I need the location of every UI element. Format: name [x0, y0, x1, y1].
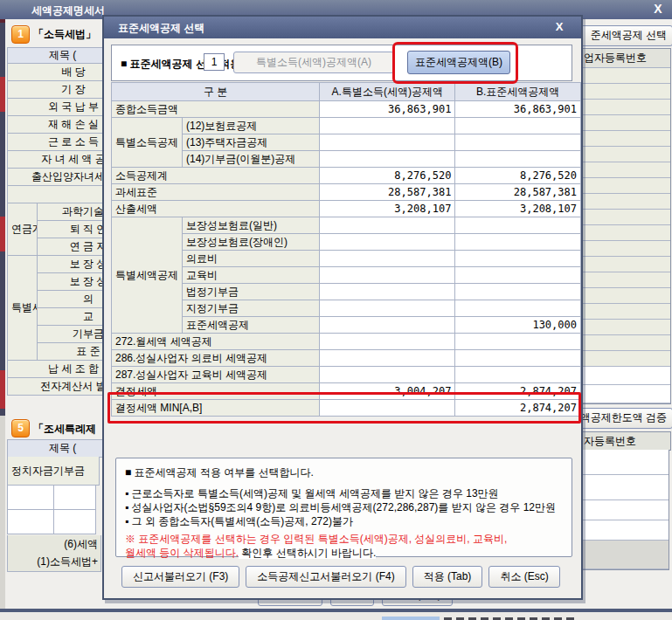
- bg-left-row: 재 해 손 실: [8, 116, 104, 134]
- dialog-table-row: 표준세액공제130,000: [112, 317, 581, 334]
- bg-right-column-header-2: 자등록번호: [579, 431, 671, 451]
- note-box: ■ 표준세액공제 적용 여부를 선택합니다. ▪ 근로소득자로 특별소득(세액)…: [115, 458, 572, 557]
- cancel-esc-button[interactable]: 취소 (Esc): [488, 566, 559, 588]
- dialog-buttons: 신고서불러오기 (F3)소득공제신고서불러오기 (F4)적용 (Tab)취소 (…: [121, 566, 560, 588]
- cell-standard-b: 3,208,107: [455, 201, 581, 217]
- dialog-row-label: 과세표준: [112, 184, 320, 201]
- bg-right-row: [580, 241, 670, 257]
- bg-window-close-icon[interactable]: X: [650, 2, 666, 17]
- bg-right-row: [580, 288, 670, 304]
- cell-special-a: [320, 118, 455, 134]
- cell-standard-b: 130,000: [455, 317, 581, 334]
- cell-special-a: [320, 134, 455, 151]
- load-report-f3-button[interactable]: 신고서불러오기 (F3): [121, 566, 239, 588]
- dialog-table-row: 보장성보험료(장애인): [112, 234, 581, 251]
- load-income-deduction-report-f4-button[interactable]: 소득공제신고서불러오기 (F4): [246, 566, 405, 588]
- bg-left-row: 외 국 납 부: [8, 99, 104, 116]
- bg-left-row-label: 자 녀 세 액 공: [8, 151, 104, 169]
- dialog-table-row: 특별세액공제보장성보험료(일반): [112, 217, 581, 234]
- bg-left-empty-row: [7, 486, 96, 510]
- note-warning-black: 확인후 선택하시기 바랍니다.: [239, 547, 376, 559]
- bg-right-row: [580, 225, 670, 241]
- special-deduction-a-button[interactable]: 특별소득(세액)공제액(A): [233, 52, 394, 73]
- bg-left-footer-line2: (1)소득세법+: [8, 553, 98, 570]
- dialog-row-label: 보장성보험료(일반): [183, 217, 320, 234]
- bg-left-row-label: 납 세 조 합: [8, 361, 104, 378]
- screen: 세액공제명세서 X 1 「소득세법」 제목 ( 배 당기 장외 국 납 부재 해…: [0, 0, 672, 620]
- cell-special-a: [320, 251, 455, 267]
- cell-special-a: [320, 367, 455, 383]
- cell-standard-b: [455, 234, 581, 251]
- note-bullet: ▪ 그 외 종합소득자(특별세액(소득)공제, 272)불가: [125, 514, 563, 528]
- bg-right-row: [580, 475, 669, 500]
- bg-left-row-label: 퇴 직 연: [38, 221, 104, 238]
- note-bullet: ▪ 성실사업자(소법§59조의4 9항)로 의료비등세액공제(272,286,2…: [125, 500, 563, 514]
- bg-left-row-label: 전자계산서 발: [8, 378, 104, 396]
- bg-left-row: 기 장: [8, 81, 104, 99]
- bg-right-row: [580, 450, 669, 475]
- dialog-table-row: 과세표준28,587,38128,587,381: [112, 184, 581, 201]
- dialog-row-label: 교육비: [183, 267, 320, 284]
- dialog-row-label: 286.성실사업자 의료비 세액공제: [112, 350, 320, 367]
- bg-left-row: [8, 186, 104, 203]
- apply-selection-panel: ■ 표준세액공제 선택 적용 특별소득(세액)공제액(A) 표준세액공제액(B): [111, 45, 572, 81]
- bg-right-grid: 업자등록번호: [579, 48, 671, 404]
- note-warning-red-2: 월세액 등이 삭제됩니다.: [125, 547, 239, 559]
- bg-right-row: [580, 210, 670, 225]
- left-edge-fragment: [0, 77, 5, 112]
- bg-right-row: [580, 272, 670, 288]
- standard-tax-credit-dialog: 표준세액공제 선택 X ■ 표준세액공제 선택 적용 특별소득(세액)공제액(A…: [102, 15, 583, 600]
- dialog-row-label: (13)주택자금공제: [183, 134, 320, 151]
- cell-standard-b: 28,587,381: [455, 184, 581, 201]
- cell-special-a: [320, 400, 455, 417]
- cell-special-a: [320, 267, 455, 284]
- bg-left-row-label: 배 당: [8, 64, 104, 81]
- col-header-b: B.표준세액공제액: [455, 83, 581, 101]
- dialog-table-row: (14)기부금(이월분)공제: [112, 151, 581, 168]
- bg-right-row: [580, 520, 669, 541]
- bg-right-top-button[interactable]: 준세액공제 선택: [572, 25, 672, 46]
- dialog-row-label: (14)기부금(이월분)공제: [183, 151, 320, 168]
- bg-left-row-label: 교: [38, 308, 104, 326]
- bg-right-row: [580, 194, 670, 210]
- cell-standard-b: [455, 267, 581, 284]
- left-edge-fragment: [0, 370, 5, 409]
- bg-right-row: [580, 304, 670, 320]
- note-bullet: ▪ 근로소득자로 특별소득(세액)공제 및 월세액 세액공제를 받지 않은 경우…: [125, 486, 563, 500]
- bg-right-verify-button[interactable]: 액공제한도액 검증: [571, 408, 672, 429]
- dialog-table-row: 287.성실사업자 교육비 세액공제: [112, 367, 581, 383]
- bg-left-row: 자 녀 세 액 공: [8, 151, 104, 169]
- bg-right-row: [580, 367, 670, 385]
- dialog-row-label: 지정기부금: [183, 300, 320, 317]
- cell-special-a: 3,208,107: [320, 201, 455, 217]
- dialog-row-label: 소득공제계: [112, 168, 320, 184]
- dialog-group-label: 특별세액공제: [112, 217, 183, 334]
- cell-standard-b: 36,863,901: [455, 101, 581, 118]
- cell-special-a: 36,863,901: [320, 101, 455, 118]
- note-bullets: ▪ 근로소득자로 특별소득(세액)공제 및 월세액 세액공제를 받지 않은 경우…: [125, 486, 563, 528]
- cell-special-a: [320, 300, 455, 317]
- apply-tab-button[interactable]: 적용 (Tab): [412, 566, 483, 588]
- section-badge-5: 5: [11, 419, 30, 437]
- dialog-table-row: 지정기부금: [112, 300, 581, 317]
- dialog-table-row: 의료비: [112, 251, 581, 267]
- bg-left-empty-row: [7, 510, 96, 534]
- bg-right-grid-2: [579, 450, 669, 570]
- dialog-row-label: 결정세액 MIN[A,B]: [112, 400, 320, 417]
- bg-right-row: [580, 147, 670, 162]
- bg-right-row: [580, 541, 669, 569]
- dialog-row-label: 287.성실사업자 교육비 세액공제: [112, 367, 320, 383]
- bg-right-row: [580, 385, 670, 403]
- standard-deduction-b-button[interactable]: 표준세액공제액(B): [407, 51, 510, 74]
- dialog-row-label: 의료비: [183, 251, 320, 267]
- dialog-table-row: 소득공제계8,276,5208,276,520: [112, 168, 581, 184]
- cell-standard-b: [455, 118, 581, 134]
- bg-left-row-label: 의: [38, 291, 104, 308]
- dialog-close-icon[interactable]: X: [551, 20, 567, 36]
- apply-selection-input[interactable]: [204, 53, 225, 71]
- bg-left-row: 연금계좌세액공제과학기술인: [8, 203, 104, 221]
- bg-right-row: [580, 68, 670, 84]
- dialog-table-row: 종합소득금액36,863,90136,863,901: [112, 101, 581, 118]
- bg-right-row: [580, 131, 670, 147]
- cell-special-a: [320, 234, 455, 251]
